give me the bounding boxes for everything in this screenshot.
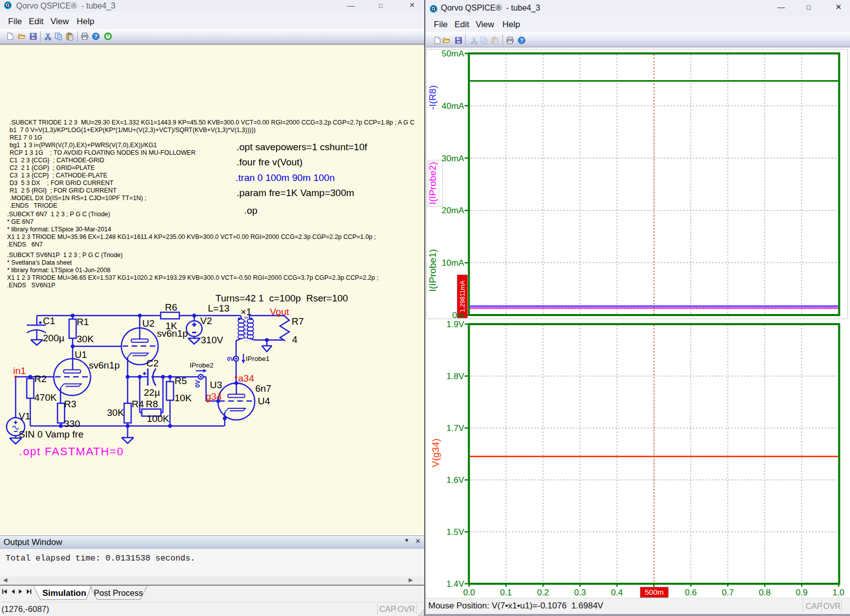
svg-text:0V: 0V — [194, 380, 201, 388]
svg-text:C1 2 3 {CCG} ; CATHODE-GRID: C1 2 3 {CCG} ; CATHODE-GRID — [10, 157, 104, 164]
svg-text:V(g34): V(g34) — [430, 439, 441, 467]
svg-text:IProbe1: IProbe1 — [246, 355, 269, 362]
svg-text:C2 2 1 {CGP} ; GRID=PLATE: C2 2 1 {CGP} ; GRID=PLATE — [10, 164, 95, 171]
svg-text:.opt FASTMATH=0: .opt FASTMATH=0 — [19, 445, 124, 458]
svg-text:Turns=42 1 c=100p Rser=100: Turns=42 1 c=100p Rser=100 — [215, 293, 348, 303]
svg-text:1.29811mA: 1.29811mA — [459, 280, 466, 313]
svg-text:500m: 500m — [645, 588, 664, 596]
svg-text:×1: ×1 — [241, 306, 252, 317]
svg-text:R1: R1 — [77, 317, 89, 327]
svg-text:R6: R6 — [165, 302, 177, 313]
svg-text:I(IProbe2): I(IProbe2) — [427, 162, 438, 204]
svg-text:4: 4 — [292, 334, 298, 345]
svg-text:X1 1 2 3 TRIODE MU=35.96 EX=1.: X1 1 2 3 TRIODE MU=35.96 EX=1.248 KG1=16… — [7, 233, 376, 240]
svg-text:.tran 0 100m 90m 100n: .tran 0 100m 90m 100n — [236, 172, 334, 183]
svg-text:X1 1 2 3 TRIODE MU=36.65 EX=1.: X1 1 2 3 TRIODE MU=36.65 EX=1.537 KG1=10… — [7, 274, 378, 281]
svg-text:sv6n1p: sv6n1p — [89, 360, 120, 371]
svg-text:.four fre v(Vout): .four fre v(Vout) — [237, 157, 303, 167]
svg-text:g34: g34 — [206, 391, 222, 402]
svg-text:C2: C2 — [146, 358, 158, 368]
svg-text:U4: U4 — [258, 396, 270, 406]
svg-text:Vout: Vout — [270, 306, 290, 317]
svg-text:R4: R4 — [132, 399, 144, 409]
svg-text:I(IProbe1): I(IProbe1) — [427, 249, 438, 291]
svg-text:.SUBCKT 6N7 1 2 3 ; P G C (Tr: .SUBCKT 6N7 1 2 3 ; P G C (Triode) — [7, 211, 110, 218]
svg-text:20mA: 20mA — [442, 206, 465, 215]
svg-text:30K: 30K — [77, 334, 94, 344]
svg-text:1.6V: 1.6V — [446, 475, 465, 485]
svg-text:1.8V: 1.8V — [446, 372, 465, 381]
svg-text:6n7: 6n7 — [255, 383, 271, 394]
svg-text:0.7: 0.7 — [722, 588, 734, 597]
svg-text:330: 330 — [64, 418, 80, 429]
svg-text:U1: U1 — [75, 349, 87, 360]
svg-text:.SUBCKT TRIODE 1 2 3 MU=29.30: .SUBCKT TRIODE 1 2 3 MU=29.30 EX=1.332 K… — [10, 119, 415, 126]
svg-text:.ENDS SV6N1P: .ENDS SV6N1P — [7, 282, 55, 289]
svg-text:RE1 7 0 1G: RE1 7 0 1G — [10, 134, 42, 141]
svg-text:U2: U2 — [142, 318, 154, 329]
svg-text:0.2: 0.2 — [537, 588, 549, 597]
svg-text:310V: 310V — [201, 335, 223, 345]
svg-text:0.9: 0.9 — [796, 588, 808, 597]
svg-text:IProbe2: IProbe2 — [190, 361, 213, 369]
svg-text:b1 7 0 V=V(1,3)/KP*LOG(1+EXP(: b1 7 0 V=V(1,3)/KP*LOG(1+EXP(KP*(1/MU+(V… — [10, 127, 256, 134]
svg-text:1.9V: 1.9V — [446, 320, 465, 329]
svg-text:1K: 1K — [165, 321, 178, 331]
svg-text:10mA: 10mA — [442, 258, 465, 268]
svg-text:Post Process: Post Process — [94, 588, 143, 597]
svg-text:-I(R8): -I(R8) — [427, 85, 438, 110]
svg-text:bg1 1 3 i=(PWR(V(7,0),EX)+PWR: bg1 1 3 i=(PWR(V(7,0),EX)+PWRS(V(7,0),EX… — [10, 142, 157, 149]
svg-text:22µ: 22µ — [144, 387, 160, 398]
svg-text:RCP 1 3 1G ; TO AVOID FLOAT: RCP 1 3 1G ; TO AVOID FLOATING NODES IN … — [10, 149, 196, 156]
svg-text:R8: R8 — [146, 399, 158, 409]
svg-text:1.5V: 1.5V — [446, 527, 465, 537]
svg-text:* library format: LTSpice 01-J: * library format: LTSpice 01-Jun-2008 — [7, 267, 110, 274]
svg-text:.ENDS 6N7: .ENDS 6N7 — [7, 241, 43, 248]
svg-text:0.3: 0.3 — [574, 588, 586, 597]
svg-text:Simulation: Simulation — [42, 588, 86, 598]
svg-text:.opt savepowers=1 cshunt=10f: .opt savepowers=1 cshunt=10f — [237, 142, 368, 152]
svg-text:R2: R2 — [34, 374, 46, 384]
svg-text:U3: U3 — [210, 380, 222, 390]
svg-text:40mA: 40mA — [442, 101, 465, 111]
svg-text:* GE 6N7: * GE 6N7 — [7, 218, 33, 225]
svg-text:R3: R3 — [64, 399, 76, 409]
svg-text:200µ: 200µ — [43, 333, 65, 343]
svg-text:1.0: 1.0 — [832, 588, 844, 597]
svg-text:0V: 0V — [227, 356, 234, 362]
svg-text:0.0: 0.0 — [463, 588, 475, 597]
svg-text:a34: a34 — [238, 373, 254, 384]
svg-text:D3 5 3 DX ; FOR GRID CURRE: D3 5 3 DX ; FOR GRID CURRENT — [10, 179, 114, 187]
svg-text:0.1: 0.1 — [500, 588, 512, 597]
svg-text:R1 2 5 {RGI} ; FOR GRID CURR: R1 2 5 {RGI} ; FOR GRID CURRENT — [10, 187, 117, 194]
svg-text:in1: in1 — [13, 365, 26, 376]
svg-text:0.6: 0.6 — [685, 588, 697, 597]
svg-text:1.4V: 1.4V — [446, 579, 465, 589]
svg-text:R7: R7 — [292, 316, 304, 327]
svg-text:V2: V2 — [200, 316, 212, 326]
svg-text:10K: 10K — [175, 393, 192, 403]
svg-text:0.8: 0.8 — [759, 588, 771, 597]
svg-text:C3 1 3 {CCP} ; CATHODE-PLATE: C3 1 3 {CCP} ; CATHODE-PLATE — [10, 172, 107, 179]
svg-text:30mA: 30mA — [442, 154, 465, 163]
svg-text:.SUBCKT SV6N1P 1 2 3 ; P G C: .SUBCKT SV6N1P 1 2 3 ; P G C (Triode) — [7, 252, 123, 259]
svg-text:.param fre=1K Vamp=300m: .param fre=1K Vamp=300m — [237, 188, 354, 198]
svg-text:.op: .op — [244, 205, 257, 216]
svg-text:30K: 30K — [107, 407, 124, 418]
svg-text:* Svetlana's Data sheet: * Svetlana's Data sheet — [7, 259, 72, 266]
svg-text:R5: R5 — [175, 376, 187, 386]
svg-text:.MODEL DX D(IS=1N RS=1 CJO=10P: .MODEL DX D(IS=1N RS=1 CJO=10PF TT=1N) ; — [10, 195, 146, 202]
svg-text:C1: C1 — [43, 316, 55, 326]
svg-text:.ENDS TRIODE: .ENDS TRIODE — [10, 202, 58, 209]
svg-text:SIN 0 Vamp fre: SIN 0 Vamp fre — [19, 429, 83, 440]
svg-text:470K: 470K — [34, 392, 57, 403]
svg-text:50mA: 50mA — [442, 49, 465, 58]
svg-text:0.4: 0.4 — [611, 588, 623, 597]
svg-text:100K: 100K — [147, 413, 169, 424]
svg-text:1.7V: 1.7V — [446, 423, 465, 433]
svg-text:V1: V1 — [19, 411, 30, 421]
svg-text:* library format: LTSpice 30-M: * library format: LTSpice 30-Mar-2014 — [7, 226, 111, 233]
svg-text:L=13: L=13 — [208, 303, 230, 314]
